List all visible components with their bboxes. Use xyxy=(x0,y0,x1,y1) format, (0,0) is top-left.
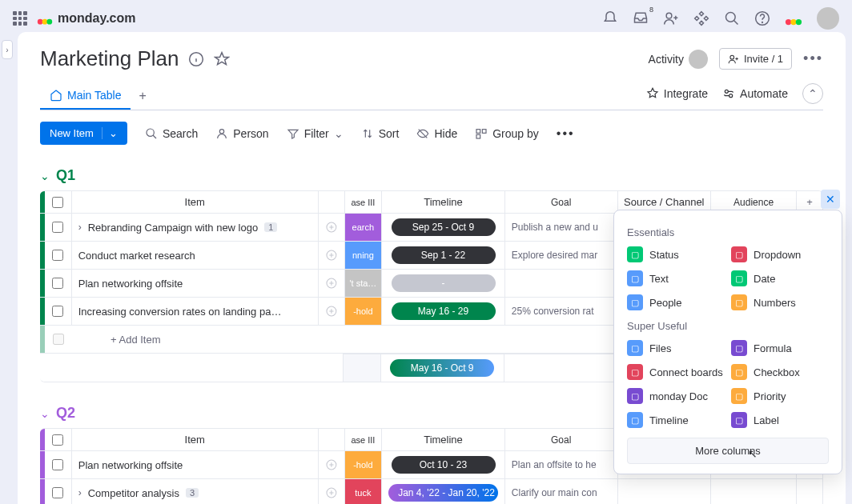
goal-cell[interactable]: Explore desired mar xyxy=(504,242,617,269)
column-header-item[interactable]: Item xyxy=(71,191,318,213)
timeline-cell[interactable]: Jan 4, '22 - Jan 20, '22 xyxy=(381,479,504,504)
group-collapse-icon[interactable]: ⌄ xyxy=(40,170,50,182)
notifications-icon[interactable] xyxy=(602,10,618,26)
product-switcher-icon[interactable] xyxy=(785,10,802,27)
more-columns-button[interactable]: More columns↖ xyxy=(627,438,829,464)
hide-button[interactable]: Hide xyxy=(416,127,457,140)
updates-icon[interactable] xyxy=(318,270,344,297)
column-type-option[interactable]: ▢Text xyxy=(627,270,725,286)
add-view-button[interactable]: + xyxy=(131,82,154,110)
updates-icon[interactable] xyxy=(318,242,344,269)
column-type-option[interactable]: ▢Status xyxy=(627,246,725,262)
invite-members-icon[interactable] xyxy=(663,10,679,26)
item-name-cell[interactable]: Plan networking offsite xyxy=(71,451,318,478)
timeline-cell[interactable]: - xyxy=(381,270,504,297)
toolbar-more-menu[interactable]: ••• xyxy=(557,126,575,141)
help-icon[interactable] xyxy=(754,10,770,26)
updates-icon[interactable] xyxy=(318,479,344,504)
board-options-menu[interactable]: ••• xyxy=(803,50,823,67)
group-collapse-icon[interactable]: ⌄ xyxy=(40,407,50,420)
status-cell[interactable]: -hold xyxy=(344,451,382,478)
search-button[interactable]: Search xyxy=(145,127,198,140)
goal-cell[interactable] xyxy=(504,270,617,297)
item-name-cell[interactable]: Conduct market research xyxy=(71,242,318,269)
column-type-option[interactable]: ▢monday Doc xyxy=(627,388,725,404)
search-icon[interactable] xyxy=(724,10,740,26)
inbox-icon[interactable]: 8 xyxy=(633,10,649,26)
board-title[interactable]: Marketing Plan xyxy=(40,46,179,71)
updates-icon[interactable] xyxy=(318,298,344,325)
column-type-option[interactable]: ▢People xyxy=(627,294,725,310)
column-type-option[interactable]: ▢Timeline xyxy=(627,412,725,428)
tab-main-table[interactable]: Main Table xyxy=(40,82,131,110)
column-header-phase[interactable]: ase III xyxy=(344,191,382,213)
status-cell[interactable]: 't sta… xyxy=(344,270,382,297)
column-type-option[interactable]: ▢Files xyxy=(627,340,725,356)
column-header-updates[interactable] xyxy=(318,191,344,213)
column-header-phase[interactable]: ase III xyxy=(344,429,382,450)
sidebar-expand-handle[interactable]: › xyxy=(2,40,13,59)
apps-icon[interactable] xyxy=(693,10,709,26)
brand-logo[interactable]: monday.com xyxy=(37,10,136,26)
apps-menu-icon[interactable] xyxy=(13,11,27,26)
row-checkbox[interactable] xyxy=(52,222,63,233)
favorite-star-icon[interactable] xyxy=(214,51,230,67)
row-checkbox[interactable] xyxy=(52,487,63,498)
group-title[interactable]: Q1 xyxy=(56,167,75,184)
column-type-option[interactable]: ▢Connect boards xyxy=(627,364,725,380)
column-type-option[interactable]: ▢Dropdown xyxy=(731,246,829,262)
status-cell[interactable]: -hold xyxy=(344,298,382,325)
collapse-header-button[interactable]: ⌃ xyxy=(802,83,823,104)
group-title[interactable]: Q2 xyxy=(56,405,75,422)
new-item-button[interactable]: New Item⌄ xyxy=(40,122,127,145)
column-header-timeline[interactable]: Timeline xyxy=(381,191,504,213)
column-header-goal[interactable]: Goal xyxy=(504,429,617,450)
row-checkbox[interactable] xyxy=(52,250,63,261)
source-cell[interactable] xyxy=(617,479,711,504)
activity-button[interactable]: Activity xyxy=(649,50,708,69)
column-type-option[interactable]: ▢Checkbox xyxy=(731,364,829,380)
status-cell[interactable]: nning xyxy=(344,242,382,269)
timeline-cell[interactable]: Oct 10 - 23 xyxy=(381,451,504,478)
column-type-option[interactable]: ▢Formula xyxy=(731,340,829,356)
goal-cell[interactable]: Publish a new and u xyxy=(504,214,617,241)
table-row[interactable]: › Competitor analysis 3 tuck Jan 4, '22 … xyxy=(40,479,822,504)
expand-subitems-icon[interactable]: › xyxy=(78,487,82,498)
column-header-item[interactable]: Item xyxy=(71,429,318,450)
select-all-checkbox[interactable] xyxy=(52,434,63,446)
filter-button[interactable]: Filter⌄ xyxy=(287,127,344,140)
audience-cell[interactable] xyxy=(710,479,796,504)
status-cell[interactable]: tuck xyxy=(344,479,382,504)
row-checkbox[interactable] xyxy=(52,459,63,470)
expand-subitems-icon[interactable]: › xyxy=(78,222,82,233)
item-name-cell[interactable]: Plan networking offsite xyxy=(71,270,318,297)
status-cell[interactable]: earch xyxy=(344,214,382,241)
row-checkbox[interactable] xyxy=(52,278,63,289)
column-header-updates[interactable] xyxy=(318,429,344,450)
integrate-button[interactable]: Integrate xyxy=(646,87,708,100)
timeline-cell[interactable]: Sep 1 - 22 xyxy=(381,242,504,269)
item-name-cell[interactable]: › Rebranding Campaign with new logo 1 xyxy=(71,214,318,241)
chevron-down-icon[interactable]: ⌄ xyxy=(102,127,118,139)
close-popup-button[interactable]: ✕ xyxy=(821,190,840,209)
column-type-option[interactable]: ▢Priority xyxy=(731,388,829,404)
select-all-checkbox[interactable] xyxy=(52,197,63,208)
goal-cell[interactable]: Clarify our main con xyxy=(504,479,617,504)
automate-button[interactable]: Automate xyxy=(722,87,788,100)
item-name-cell[interactable]: Increasing conversion rates on landing p… xyxy=(71,298,318,325)
info-icon[interactable] xyxy=(188,51,204,67)
column-type-option[interactable]: ▢Numbers xyxy=(731,294,829,310)
add-item-button[interactable]: + Add Item xyxy=(72,326,161,353)
updates-icon[interactable] xyxy=(318,451,344,478)
invite-button[interactable]: Invite / 1 xyxy=(719,48,792,70)
column-type-option[interactable]: ▢Date xyxy=(731,270,829,286)
row-checkbox[interactable] xyxy=(52,306,63,317)
timeline-cell[interactable]: May 16 - 29 xyxy=(381,298,504,325)
user-avatar[interactable] xyxy=(817,7,839,30)
goal-cell[interactable]: 25% conversion rat xyxy=(504,298,617,325)
item-name-cell[interactable]: › Competitor analysis 3 xyxy=(71,479,318,504)
group-by-button[interactable]: Group by xyxy=(475,127,539,140)
column-header-goal[interactable]: Goal xyxy=(504,191,617,213)
column-header-timeline[interactable]: Timeline xyxy=(381,429,504,450)
sort-button[interactable]: Sort xyxy=(361,127,400,140)
